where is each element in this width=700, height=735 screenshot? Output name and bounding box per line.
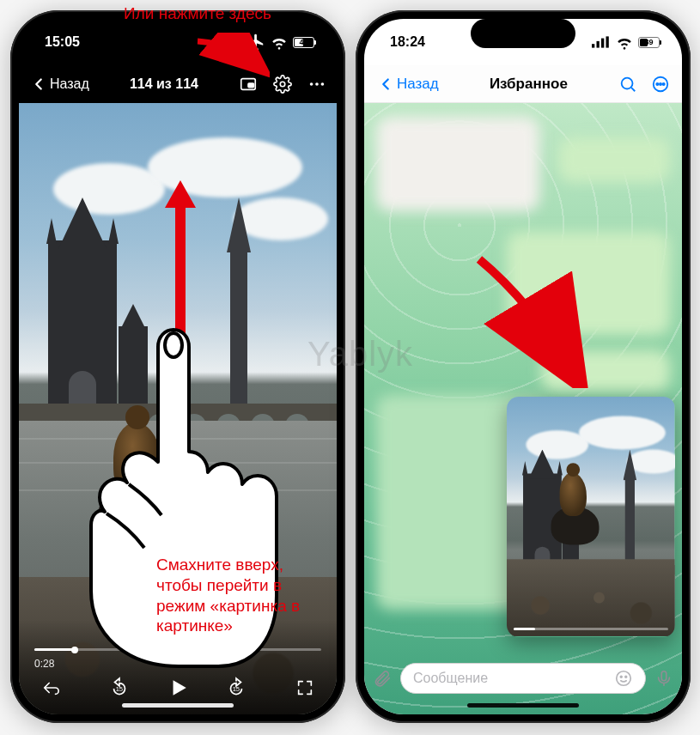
svg-point-19 (617, 671, 631, 686)
svg-text:15: 15 (233, 685, 240, 693)
rewind-15-icon[interactable]: 15 (108, 677, 131, 699)
battery-indicator: 44 (293, 37, 314, 48)
attach-icon[interactable] (373, 669, 392, 688)
video-nav: Назад 114 из 114 (19, 65, 337, 103)
svg-point-13 (622, 77, 633, 88)
svg-text:15: 15 (116, 685, 123, 693)
chat-title[interactable]: Избранное (490, 76, 568, 93)
more-icon[interactable] (307, 75, 326, 94)
chevron-left-icon (376, 75, 395, 94)
svg-point-4 (315, 82, 319, 86)
svg-rect-12 (606, 36, 609, 47)
cellular-icon (592, 33, 611, 52)
svg-point-5 (321, 82, 325, 86)
svg-rect-10 (597, 41, 600, 48)
svg-line-14 (631, 88, 635, 91)
status-time: 15:05 (45, 34, 96, 50)
svg-rect-11 (601, 39, 604, 48)
dynamic-island (471, 19, 575, 48)
mic-icon[interactable] (654, 669, 673, 688)
svg-marker-24 (165, 180, 196, 343)
svg-marker-7 (173, 680, 186, 695)
status-time: 18:24 (390, 34, 441, 50)
svg-point-20 (620, 676, 622, 677)
sticker-icon[interactable] (614, 669, 633, 688)
back-button[interactable]: Назад (376, 75, 439, 94)
gear-icon[interactable] (273, 75, 292, 94)
annotation-top: Или нажмите здесь (120, 3, 275, 24)
svg-point-18 (663, 82, 665, 84)
message-input[interactable]: Сообщение (400, 663, 646, 694)
fullscreen-icon[interactable] (295, 678, 314, 697)
svg-rect-1 (248, 83, 253, 88)
chevron-left-icon (29, 75, 48, 94)
message-bubble[interactable] (558, 137, 670, 182)
pip-window[interactable] (507, 397, 675, 637)
forward-15-icon[interactable]: 15 (225, 677, 247, 699)
wifi-icon (615, 33, 634, 52)
message-placeholder: Сообщение (413, 671, 488, 686)
svg-rect-22 (661, 671, 667, 681)
annotation-arrow-pip (192, 33, 270, 81)
back-label: Назад (397, 76, 439, 93)
annotation-bottom: Смахните вверх, чтобы перейти в режим «к… (156, 555, 328, 636)
status-icons: 39 (592, 33, 660, 52)
svg-point-2 (280, 82, 285, 87)
chat-body[interactable]: Сообщение (364, 103, 682, 714)
pip-progress[interactable] (514, 628, 668, 630)
video-counter: 114 из 114 (130, 76, 198, 92)
annotation-arrow-swipe (163, 180, 198, 343)
more-circle-icon[interactable] (651, 75, 670, 94)
message-bubble[interactable] (376, 117, 539, 211)
svg-point-17 (660, 82, 661, 84)
battery-indicator: 39 (638, 37, 660, 48)
svg-point-3 (310, 82, 313, 86)
play-icon[interactable] (167, 677, 189, 699)
svg-point-21 (625, 676, 627, 677)
home-indicator[interactable] (467, 703, 579, 708)
message-input-bar: Сообщение (373, 661, 673, 696)
svg-point-26 (165, 333, 182, 357)
home-indicator[interactable] (122, 703, 234, 708)
share-icon[interactable] (41, 678, 60, 697)
svg-rect-9 (592, 44, 594, 47)
wifi-icon (270, 33, 289, 52)
chat-nav: Назад Избранное (364, 65, 682, 103)
search-icon[interactable] (618, 75, 637, 94)
svg-point-16 (656, 82, 658, 84)
back-label: Назад (50, 76, 89, 92)
back-button[interactable]: Назад (29, 75, 89, 94)
annotation-arrow-pipwindow (471, 251, 591, 388)
